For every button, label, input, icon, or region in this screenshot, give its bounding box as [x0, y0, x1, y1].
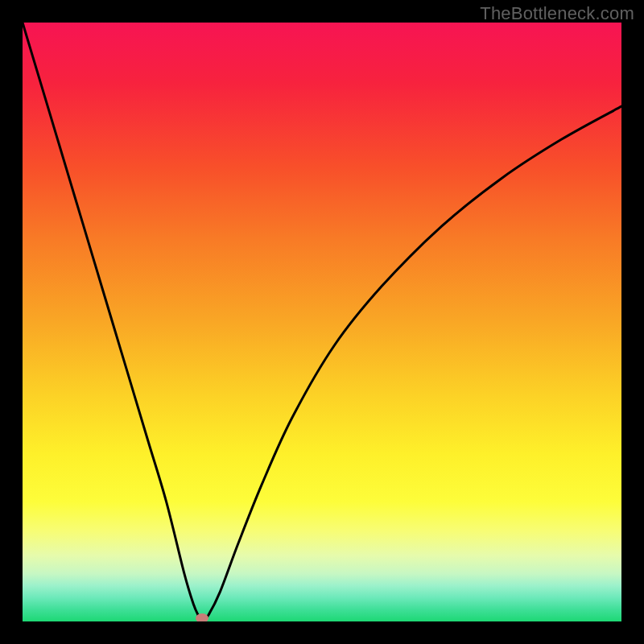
chart-frame: TheBottleneck.com: [0, 0, 644, 644]
bottleneck-curve: [23, 23, 621, 621]
min-marker: [196, 613, 208, 621]
watermark-text: TheBottleneck.com: [480, 3, 634, 24]
plot-area: [23, 23, 621, 621]
curve-svg: [23, 23, 621, 621]
